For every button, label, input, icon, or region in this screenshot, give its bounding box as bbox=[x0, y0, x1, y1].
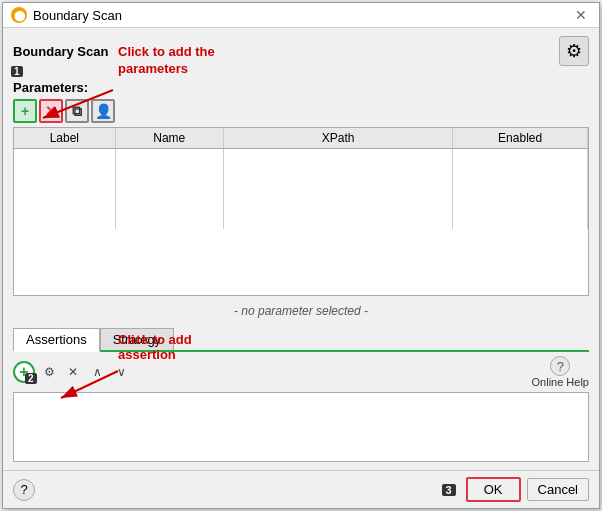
empty-row-2 bbox=[14, 169, 588, 189]
window-icon: ⬤ bbox=[11, 7, 27, 23]
add-assertion-wrapper: + 2 bbox=[13, 361, 35, 383]
empty-row-1 bbox=[14, 149, 588, 169]
assertion-remove-button[interactable]: ✕ bbox=[63, 362, 83, 382]
col-enabled: Enabled bbox=[453, 128, 588, 149]
title-bar-left: ⬤ Boundary Scan bbox=[11, 7, 122, 23]
online-help-label: Online Help bbox=[532, 376, 589, 388]
tabs-row: Assertions Strategy bbox=[13, 328, 589, 352]
footer-bar: ? 3 OK Cancel bbox=[3, 470, 599, 508]
col-name: Name bbox=[115, 128, 223, 149]
online-help-icon: ? bbox=[550, 356, 570, 376]
window-title: Boundary Scan bbox=[33, 8, 122, 23]
badge-3: 3 bbox=[442, 484, 456, 496]
no-param-text: - no parameter selected - bbox=[13, 300, 589, 322]
assertions-toolbar-row: + 2 ⚙ ✕ ∧ ∨ bbox=[13, 356, 589, 388]
boundary-scan-window: ⬤ Boundary Scan ✕ Boundary Scan ⚙ 1 Para… bbox=[2, 2, 600, 509]
assertion-down-button[interactable]: ∨ bbox=[111, 362, 131, 382]
section-header: Boundary Scan ⚙ bbox=[13, 36, 589, 66]
footer-left: ? bbox=[13, 479, 35, 501]
tab-strategy[interactable]: Strategy bbox=[100, 328, 174, 350]
parameters-section: 1 Parameters: Click to add theparame bbox=[13, 72, 589, 322]
col-xpath: XPath bbox=[223, 128, 452, 149]
ok-button[interactable]: OK bbox=[466, 477, 521, 502]
assertions-section: Assertions Strategy + 2 ⚙ ✕ ∧ ∨ bbox=[13, 328, 589, 462]
section-title: Boundary Scan bbox=[13, 44, 108, 59]
user-param-button[interactable]: 👤 bbox=[91, 99, 115, 123]
tab-assertions[interactable]: Assertions bbox=[13, 328, 100, 352]
close-button[interactable]: ✕ bbox=[571, 7, 591, 23]
footer-right: 3 OK Cancel bbox=[442, 477, 589, 502]
remove-param-button[interactable]: ✕ bbox=[39, 99, 63, 123]
assertion-gear-button[interactable]: ⚙ bbox=[39, 362, 59, 382]
online-help-area[interactable]: ? Online Help bbox=[532, 356, 589, 388]
settings-button[interactable]: ⚙ bbox=[559, 36, 589, 66]
params-toolbar: + ✕ ⧉ 👤 bbox=[13, 99, 589, 123]
add-param-button[interactable]: + bbox=[13, 99, 37, 123]
copy-param-button[interactable]: ⧉ bbox=[65, 99, 89, 123]
window-content: Boundary Scan ⚙ 1 Parameters: bbox=[3, 28, 599, 470]
title-bar: ⬤ Boundary Scan ✕ bbox=[3, 3, 599, 28]
badge-2: 2 bbox=[25, 373, 37, 384]
col-label: Label bbox=[14, 128, 115, 149]
params-label: Parameters: bbox=[13, 80, 88, 95]
empty-row-4 bbox=[14, 209, 588, 229]
params-table: Label Name XPath Enabled bbox=[14, 128, 588, 229]
assertions-content bbox=[13, 392, 589, 462]
params-table-container: Label Name XPath Enabled bbox=[13, 127, 589, 296]
params-label-row: 1 Parameters: Click to add theparame bbox=[13, 72, 589, 95]
footer-help-button[interactable]: ? bbox=[13, 479, 35, 501]
cancel-button[interactable]: Cancel bbox=[527, 478, 589, 501]
empty-row-3 bbox=[14, 189, 588, 209]
badge-1: 1 bbox=[11, 66, 23, 77]
assertion-up-button[interactable]: ∧ bbox=[87, 362, 107, 382]
